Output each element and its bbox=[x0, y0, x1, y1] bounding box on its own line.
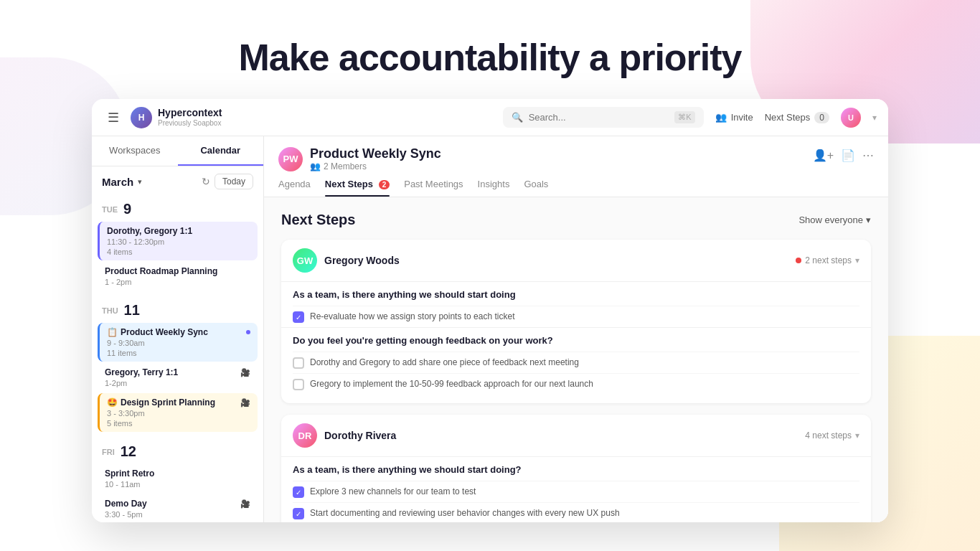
person-card-header-dorothy: DR Dorothy Rivera 4 next steps ▾ bbox=[281, 415, 871, 456]
search-bar[interactable]: 🔍 ⌘K bbox=[503, 107, 704, 128]
task-checkbox-gregory-2-1[interactable] bbox=[293, 357, 304, 369]
meeting-members: 👥 2 Members bbox=[310, 161, 441, 171]
day-name-tue: TUE bbox=[102, 205, 118, 214]
steps-count-dorothy: 4 next steps ▾ bbox=[805, 430, 859, 441]
invite-icon: 👥 bbox=[715, 112, 727, 123]
main-layout: Workspaces Calendar March ▾ ↻ Today TUE … bbox=[92, 136, 888, 522]
meeting-panel: PW Product Weekly Sync 👥 2 Members 👤+ 📄 … bbox=[264, 136, 888, 522]
month-label[interactable]: March bbox=[102, 176, 133, 188]
tab-agenda[interactable]: Agenda bbox=[278, 179, 311, 197]
meeting-tabs: Agenda Next Steps 2 Past Meetings Insigh… bbox=[278, 179, 548, 197]
invite-button[interactable]: 👥 Invite bbox=[715, 112, 753, 123]
cal-item-sprint-retro[interactable]: Sprint Retro 10 - 11am bbox=[98, 464, 258, 493]
cal-item-dorothy-gregory[interactable]: Dorothy, Gregory 1:1 11:30 - 12:30pm 4 i… bbox=[98, 222, 258, 260]
meeting-actions: 👤+ 📄 ⋯ bbox=[813, 149, 874, 169]
question-text-dorothy-1: As a team, is there anything we should s… bbox=[293, 464, 859, 475]
task-text-gregory-1-1: Re-evaluate how we assign story points t… bbox=[310, 311, 514, 323]
task-item-dorothy-1-2: Start documenting and reviewing user beh… bbox=[293, 502, 859, 522]
sidebar-tab-calendar[interactable]: Calendar bbox=[178, 136, 264, 166]
day-header-thu: THU 11 bbox=[92, 298, 263, 321]
calendar-header: March ▾ ↻ Today bbox=[92, 166, 263, 197]
person-avatar-dorothy: DR bbox=[293, 423, 317, 448]
person-name-dorothy: Dorothy Rivera bbox=[324, 430, 396, 441]
cal-item-product-weekly[interactable]: 📋 Product Weekly Sync 9 - 9:30am 11 item… bbox=[98, 323, 258, 362]
tab-next-steps[interactable]: Next Steps 2 bbox=[325, 179, 390, 197]
video-icon-demo: 🎥 bbox=[240, 499, 250, 509]
person-avatar-gregory: GW bbox=[293, 248, 317, 273]
cal-item-design-sprint[interactable]: 🤩 Design Sprint Planning 🎥 3 - 3:30pm 5 … bbox=[98, 393, 258, 432]
task-text-dorothy-1-1: Explore 3 new channels for our team to t… bbox=[310, 486, 476, 498]
tab-insights[interactable]: Insights bbox=[478, 179, 510, 197]
search-input[interactable] bbox=[529, 112, 669, 123]
expand-icon-gregory[interactable]: ▾ bbox=[855, 255, 859, 265]
document-icon[interactable]: 📄 bbox=[841, 149, 855, 162]
question-text-gregory-1: As a team, is there anything we should s… bbox=[293, 289, 859, 300]
meeting-avatar: PW bbox=[278, 147, 303, 171]
hamburger-menu-icon[interactable]: ☰ bbox=[103, 108, 123, 128]
brand-logo[interactable]: H Hypercontext Previously Soapbox bbox=[131, 107, 222, 128]
task-item-dorothy-1-1: Explore 3 new channels for our team to t… bbox=[293, 481, 859, 502]
person-name-gregory: Gregory Woods bbox=[324, 255, 400, 266]
question-block-gregory-1: As a team, is there anything we should s… bbox=[281, 281, 871, 327]
cal-item-product-roadmap[interactable]: Product Roadmap Planning 1 - 2pm bbox=[98, 262, 258, 291]
sidebar-tab-workspaces[interactable]: Workspaces bbox=[92, 136, 178, 166]
question-text-gregory-2: Do you feel you're getting enough feedba… bbox=[293, 335, 859, 346]
sidebar-tabs: Workspaces Calendar bbox=[92, 136, 263, 166]
show-everyone-button[interactable]: Show everyone ▾ bbox=[798, 215, 871, 225]
task-text-gregory-2-1: Dorothy and Gregory to add share one pie… bbox=[310, 357, 579, 369]
meeting-header: PW Product Weekly Sync 👥 2 Members 👤+ 📄 … bbox=[264, 136, 888, 197]
hero-text: Make accountability a priority bbox=[0, 36, 980, 79]
day-name-fri: FRI bbox=[102, 448, 115, 456]
brand-name: Hypercontext bbox=[158, 108, 222, 118]
month-chevron-icon[interactable]: ▾ bbox=[138, 177, 142, 187]
active-dot-indicator bbox=[246, 330, 250, 334]
section-header: Next Steps Show everyone ▾ bbox=[281, 212, 871, 228]
expand-icon-dorothy[interactable]: ▾ bbox=[855, 430, 859, 441]
person-card-header-gregory: GW Gregory Woods 2 next steps ▾ bbox=[281, 240, 871, 281]
meeting-title-row: PW Product Weekly Sync 👥 2 Members 👤+ 📄 … bbox=[278, 146, 874, 171]
next-steps-count: 0 bbox=[814, 112, 829, 123]
calendar-day-tue: TUE 9 Dorothy, Gregory 1:1 11:30 - 12:30… bbox=[92, 197, 263, 298]
day-num-fri: 12 bbox=[121, 443, 136, 460]
question-block-gregory-2: Do you feel you're getting enough feedba… bbox=[281, 327, 871, 403]
person-card-dorothy: DR Dorothy Rivera 4 next steps ▾ As a te… bbox=[281, 415, 871, 522]
add-member-icon[interactable]: 👤+ bbox=[813, 149, 834, 162]
app-window: ☰ H Hypercontext Previously Soapbox 🔍 ⌘K… bbox=[92, 99, 888, 522]
day-header-fri: FRI 12 bbox=[92, 439, 263, 463]
search-shortcut: ⌘K bbox=[674, 111, 694, 123]
person-card-gregory: GW Gregory Woods 2 next steps ▾ As a tea… bbox=[281, 240, 871, 403]
top-bar: ☰ H Hypercontext Previously Soapbox 🔍 ⌘K… bbox=[92, 99, 888, 136]
task-checkbox-gregory-2-2[interactable] bbox=[293, 379, 304, 390]
question-block-dorothy-1: As a team, is there anything we should s… bbox=[281, 456, 871, 522]
user-menu-chevron-icon[interactable]: ▾ bbox=[872, 113, 877, 123]
steps-dot-gregory bbox=[796, 258, 801, 263]
task-text-dorothy-1-2: Start documenting and reviewing user beh… bbox=[310, 507, 620, 519]
tab-goals[interactable]: Goals bbox=[524, 179, 548, 197]
task-text-gregory-2-2: Gregory to implement the 10-50-99 feedba… bbox=[310, 378, 593, 390]
next-steps-tab-badge: 2 bbox=[379, 180, 390, 189]
task-checkbox-dorothy-1-1[interactable] bbox=[293, 486, 304, 498]
cal-item-gregory-terry[interactable]: Gregory, Terry 1:1 🎥 1-2pm bbox=[98, 363, 258, 392]
cal-item-demo-day[interactable]: Demo Day 🎥 3:30 - 5pm bbox=[98, 494, 258, 522]
tab-past-meetings[interactable]: Past Meetings bbox=[404, 179, 463, 197]
next-steps-content: Next Steps Show everyone ▾ GW Gregory Wo… bbox=[264, 197, 888, 522]
sidebar: Workspaces Calendar March ▾ ↻ Today TUE … bbox=[92, 136, 264, 522]
meeting-title: Product Weekly Sync bbox=[310, 146, 441, 161]
video-icon: 🎥 bbox=[240, 368, 250, 377]
today-button[interactable]: Today bbox=[215, 174, 253, 189]
task-item-gregory-2-1: Dorothy and Gregory to add share one pie… bbox=[293, 352, 859, 373]
calendar-day-fri: FRI 12 Sprint Retro 10 - 11am Demo Day 🎥… bbox=[92, 439, 263, 522]
user-avatar[interactable]: U bbox=[841, 108, 861, 128]
refresh-button[interactable]: ↻ bbox=[202, 176, 210, 187]
section-title: Next Steps bbox=[281, 212, 355, 228]
day-num-tue: 9 bbox=[123, 201, 131, 217]
brand-avatar: H bbox=[131, 107, 152, 128]
calendar-day-thu: THU 11 📋 Product Weekly Sync 9 - 9:30am … bbox=[92, 298, 263, 439]
task-item-gregory-1-1: Re-evaluate how we assign story points t… bbox=[293, 306, 859, 327]
next-steps-button[interactable]: Next Steps 0 bbox=[765, 112, 829, 123]
brand-subtitle: Previously Soapbox bbox=[158, 119, 222, 127]
task-checkbox-gregory-1-1[interactable] bbox=[293, 311, 304, 323]
video-icon-design: 🎥 bbox=[240, 398, 250, 408]
task-checkbox-dorothy-1-2[interactable] bbox=[293, 508, 304, 519]
more-options-icon[interactable]: ⋯ bbox=[862, 149, 874, 162]
